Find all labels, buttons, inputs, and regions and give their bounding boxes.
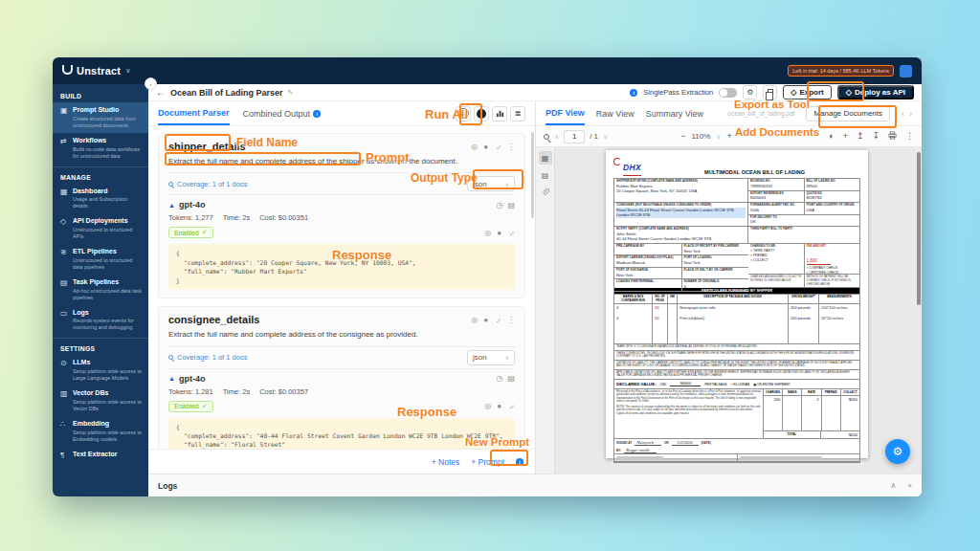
chevron-down-icon[interactable]: ∨: [125, 67, 130, 75]
sidebar-item-logs[interactable]: ▭ Logs Records system events for monitor…: [53, 305, 148, 336]
dot-icon[interactable]: ●: [497, 229, 501, 237]
dot-icon[interactable]: ●: [497, 402, 501, 410]
outline-icon[interactable]: ▤: [539, 168, 552, 182]
kebab-menu-icon[interactable]: ⋮: [507, 143, 515, 151]
status-badge[interactable]: Enabled ✓: [168, 227, 213, 238]
sidebar-item-vector-dbs[interactable]: ▥ Vector DBs Setup platform wide access …: [53, 386, 148, 416]
run-dot-icon[interactable]: ●: [483, 143, 488, 151]
more-options-icon[interactable]: ⋮: [905, 132, 914, 141]
tab-raw-view[interactable]: Raw View: [596, 101, 635, 125]
clone-button[interactable]: [763, 85, 777, 99]
run-prompt-icon[interactable]: ◎: [471, 143, 478, 151]
sidebar-item-dashboard[interactable]: ▦ Dashboard Usage and Subscription detai…: [53, 184, 148, 214]
history-icon[interactable]: ◷: [496, 201, 502, 209]
next-doc-icon[interactable]: ›: [909, 109, 912, 119]
add-prompt-button[interactable]: + Prompt: [471, 457, 504, 467]
kebab-menu-icon[interactable]: ⋮: [507, 316, 515, 324]
sidebar-item-etl-pipelines[interactable]: ≋ ETL Pipelines Unstructured to structur…: [53, 244, 148, 275]
pdf-search-icon[interactable]: [544, 134, 549, 140]
add-notes-button[interactable]: + Notes: [432, 457, 460, 467]
output-type-select[interactable]: json ∨: [467, 350, 515, 365]
output-doc-icon[interactable]: ▤: [507, 374, 515, 383]
deploy-label: Deploy as API: [855, 88, 905, 97]
upload-icon[interactable]: ↥: [857, 132, 864, 141]
prompt-text[interactable]: Extract the full name and complete addre…: [168, 157, 515, 166]
expand-icon[interactable]: ↔: [492, 314, 503, 325]
zoom-select-caret-icon[interactable]: ∨: [716, 133, 721, 141]
unstract-logo[interactable]: Unstract ∨: [62, 65, 130, 77]
zoom-out-icon[interactable]: −: [680, 132, 685, 141]
page-up-icon[interactable]: ∧: [554, 133, 559, 141]
page-count: / 1: [590, 132, 598, 141]
sidebar-item-llms[interactable]: ⊙ LLMs Setup platform wide access to Lar…: [53, 355, 148, 386]
sidebar-item-workflows[interactable]: ⇄ Workflows Build no-code data workflows…: [53, 133, 148, 164]
page-down-icon[interactable]: ∨: [603, 133, 608, 141]
sidebar-section-build: BUILD: [53, 88, 148, 102]
thumbnails-icon[interactable]: ▦: [539, 151, 552, 165]
output-doc-icon[interactable]: ▤: [507, 201, 515, 209]
coverage-link[interactable]: Coverage: 1 of 1 docs: [177, 353, 247, 362]
run-dot-icon[interactable]: ●: [483, 316, 488, 324]
deploy-as-api-button[interactable]: ◇ Deploy as API: [837, 85, 914, 99]
coverage-link[interactable]: Coverage: 1 of 1 docs: [177, 180, 247, 188]
output-type-select[interactable]: json ∨: [467, 176, 515, 191]
close-logs-icon[interactable]: ×: [907, 481, 912, 490]
pdf-viewport[interactable]: ▦ ▤ DHX: [536, 147, 922, 474]
sidebar-item-prompt-studio[interactable]: ▣ Prompt Studio Create structured data f…: [53, 102, 148, 133]
run-status-button[interactable]: [474, 106, 489, 121]
back-arrow-icon[interactable]: ←: [156, 88, 166, 98]
sidebar-item-embedding[interactable]: ∴ Embedding Setup platform wide access t…: [53, 416, 148, 447]
prev-doc-icon[interactable]: ‹: [902, 109, 904, 119]
sidebar-section-manage: MANAGE: [53, 169, 148, 184]
edit-icon[interactable]: ✎: [288, 89, 294, 97]
sidebar-item-task-pipelines[interactable]: ▤ Task Pipelines Ad-hoc unstructured dat…: [53, 275, 148, 305]
zoom-in-icon[interactable]: +: [726, 132, 731, 141]
charges-total-label: TOTAL: [764, 431, 821, 439]
chevron-down-icon: ∨: [505, 354, 509, 361]
tab-pdf-view[interactable]: PDF View: [546, 101, 585, 125]
expand-icon[interactable]: ↔: [505, 401, 517, 412]
scrollbar[interactable]: [531, 132, 534, 218]
expand-logs-icon[interactable]: ∧: [890, 481, 896, 490]
zoom-level[interactable]: 110%: [691, 132, 710, 141]
target-icon[interactable]: ◎: [484, 402, 491, 410]
prompt-text[interactable]: Extract the full name and complete addre…: [168, 330, 515, 340]
print-icon[interactable]: [888, 131, 897, 142]
sidebar-item-text-extractor[interactable]: ¶ Text Extractor: [53, 447, 148, 464]
manage-documents-button[interactable]: Manage Documents: [806, 106, 890, 121]
prompt-key[interactable]: consignee_details: [168, 314, 259, 325]
tab-document-parser[interactable]: Document Parser: [158, 101, 230, 125]
prompt-cards-list[interactable]: shipper_details ◎ ● ↔ ⋮ Extract the full…: [148, 126, 535, 449]
theme-contrast-icon[interactable]: ◐: [829, 132, 834, 141]
settings-button[interactable]: ⚙: [743, 85, 757, 99]
singlepass-toggle[interactable]: [719, 88, 737, 98]
sidebar-item-api-deployments[interactable]: ◇ API Deployments Unstructured to struct…: [53, 213, 148, 244]
status-badge[interactable]: Enabled ✓: [168, 401, 213, 412]
run-prompt-icon[interactable]: ◎: [471, 316, 478, 324]
help-chat-fab[interactable]: ⚙: [885, 439, 910, 464]
goods-cell: [668, 304, 678, 344]
logs-bar[interactable]: Logs ∧ ×: [148, 474, 922, 496]
prompt-response[interactable]: { "complete_address": "20 Cooper Square,…: [168, 244, 515, 290]
pdf-scrollbar[interactable]: [917, 152, 921, 305]
prompt-key[interactable]: shipper_details: [168, 141, 246, 152]
page-number-input[interactable]: [564, 130, 585, 143]
tab-combined-output[interactable]: Combined Output i: [243, 101, 322, 125]
pdf-field-port-discharge: PORT OF DISCHARGENew York: [614, 268, 682, 279]
sidebar-collapse-button[interactable]: ‹: [145, 77, 157, 90]
expand-icon[interactable]: ↔: [505, 227, 517, 238]
prompt-response[interactable]: { "complete_address": "40-44 Floral Stre…: [168, 418, 515, 449]
attachments-icon[interactable]: [539, 186, 552, 199]
target-icon[interactable]: ◎: [484, 229, 491, 237]
avatar[interactable]: [900, 65, 912, 77]
history-icon[interactable]: ◷: [496, 374, 502, 383]
list-view-button[interactable]: ≣: [510, 106, 525, 121]
expand-icon[interactable]: ↔: [492, 141, 503, 152]
run-all-button[interactable]: ▶: [456, 106, 471, 121]
analytics-button[interactable]: [492, 106, 507, 121]
sidebar-item-title: Vector DBs: [73, 389, 108, 396]
export-button[interactable]: ◇ Export: [783, 85, 832, 99]
tab-summary-view[interactable]: Summary View: [646, 101, 703, 125]
download-icon[interactable]: ↧: [872, 132, 880, 141]
pan-tool-icon[interactable]: +: [843, 132, 848, 141]
